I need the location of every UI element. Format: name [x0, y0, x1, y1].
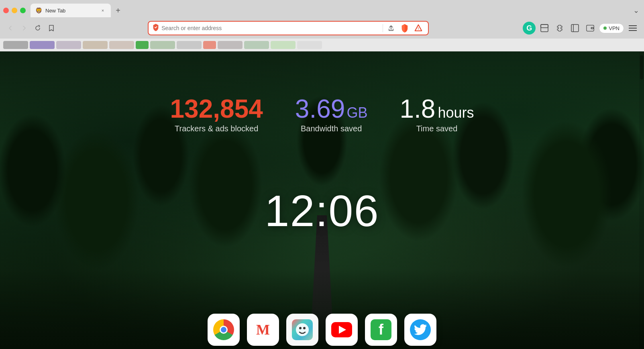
address-input[interactable] [161, 25, 380, 31]
bookmark-swatch[interactable] [136, 41, 149, 49]
maximize-button[interactable] [20, 8, 26, 13]
scrollbar-thumb[interactable] [640, 55, 643, 80]
toolbar: ! G [0, 18, 644, 39]
reload-button[interactable] [32, 22, 43, 34]
active-tab[interactable]: 🦁 New Tab × [31, 4, 111, 17]
close-button[interactable] [3, 8, 9, 13]
time-saved-stat: 1.8hours Time saved [399, 96, 474, 133]
bandwidth-saved-stat: 3.69GB Bandwidth saved [295, 96, 368, 133]
bookmark-swatch[interactable] [271, 41, 296, 49]
bookmark-swatch[interactable] [150, 41, 175, 49]
vpn-status-dot [603, 27, 607, 30]
wallet-button[interactable] [584, 22, 597, 35]
toolbar-right: G VPN [523, 22, 639, 35]
speed-dial-feedly[interactable]: f [365, 314, 397, 346]
speed-dial-gmail[interactable]: M [247, 314, 279, 346]
time-saved-value: 1.8hours [399, 96, 474, 122]
clock-section: 12:06 [265, 185, 379, 236]
share-button[interactable] [385, 22, 397, 34]
extensions-button[interactable] [553, 22, 566, 35]
speed-dial-chrome[interactable] [208, 314, 240, 346]
menu-button[interactable] [626, 22, 639, 35]
browser-content: 132,854 Trackers & ads blocked 3.69GB Ba… [0, 51, 644, 349]
speed-dial-youtube[interactable] [326, 314, 358, 346]
tab-list-button[interactable]: ⌄ [632, 4, 641, 16]
trackers-blocked-value: 132,854 [170, 96, 263, 122]
tab-close-button[interactable]: × [100, 7, 106, 14]
svg-point-14 [303, 327, 306, 329]
trackers-blocked-label: Trackers & ads blocked [170, 124, 263, 133]
bookmark-button[interactable] [46, 22, 57, 34]
speed-dial-twitter[interactable] [404, 314, 436, 346]
clock-time: 12:06 [265, 185, 379, 236]
svg-rect-3 [541, 24, 548, 28]
svg-point-8 [592, 28, 593, 29]
forward-button[interactable] [18, 22, 30, 34]
vpn-label: VPN [609, 25, 620, 31]
speed-dial: M [208, 314, 436, 349]
window-controls [3, 8, 26, 13]
address-separator [383, 24, 383, 32]
address-bar[interactable]: ! [148, 21, 429, 35]
grammarly-button[interactable]: G [523, 22, 536, 35]
svg-rect-2 [541, 24, 548, 32]
bandwidth-saved-value: 3.69GB [295, 96, 368, 122]
stats-section: 132,854 Trackers & ads blocked 3.69GB Ba… [170, 96, 474, 133]
bookmarks-bar [0, 39, 644, 51]
background-image: 132,854 Trackers & ads blocked 3.69GB Ba… [0, 51, 644, 349]
bookmark-swatch[interactable] [177, 41, 202, 49]
speed-dial-notion[interactable] [286, 314, 318, 346]
bookmark-swatch[interactable] [3, 41, 28, 49]
tab-title: New Tab [45, 8, 96, 14]
bookmark-swatch[interactable] [244, 41, 269, 49]
bookmark-swatch[interactable] [83, 41, 108, 49]
browser-chrome: 🦁 New Tab × + ⌄ [0, 0, 644, 51]
bookmark-swatch[interactable] [109, 41, 134, 49]
brave-shield-button[interactable] [399, 22, 410, 34]
bookmark-swatch[interactable] [56, 41, 81, 49]
svg-point-12 [296, 323, 309, 336]
trackers-blocked-stat: 132,854 Trackers & ads blocked [170, 96, 263, 133]
new-tab-button[interactable]: + [112, 5, 124, 16]
back-button[interactable] [5, 22, 16, 34]
time-saved-label: Time saved [399, 124, 474, 133]
brave-shield-icon [153, 23, 159, 33]
svg-point-13 [299, 327, 302, 329]
sidebar-button[interactable] [569, 22, 581, 35]
bookmark-swatch[interactable] [297, 41, 322, 49]
bandwidth-saved-label: Bandwidth saved [295, 124, 368, 133]
bookmark-swatch[interactable] [30, 41, 55, 49]
scrollbar[interactable] [639, 51, 644, 349]
tab-favicon: 🦁 [35, 7, 42, 14]
vpn-button[interactable]: VPN [599, 23, 624, 33]
tab-bar: 🦁 New Tab × + ⌄ [0, 0, 644, 18]
tab-manager-button[interactable] [538, 22, 551, 35]
brave-rewards-button[interactable]: ! [413, 22, 424, 34]
svg-text:!: ! [418, 27, 419, 31]
bookmark-swatch[interactable] [203, 41, 216, 49]
svg-rect-4 [571, 24, 579, 32]
bookmark-swatch[interactable] [218, 41, 243, 49]
minimize-button[interactable] [12, 8, 17, 13]
